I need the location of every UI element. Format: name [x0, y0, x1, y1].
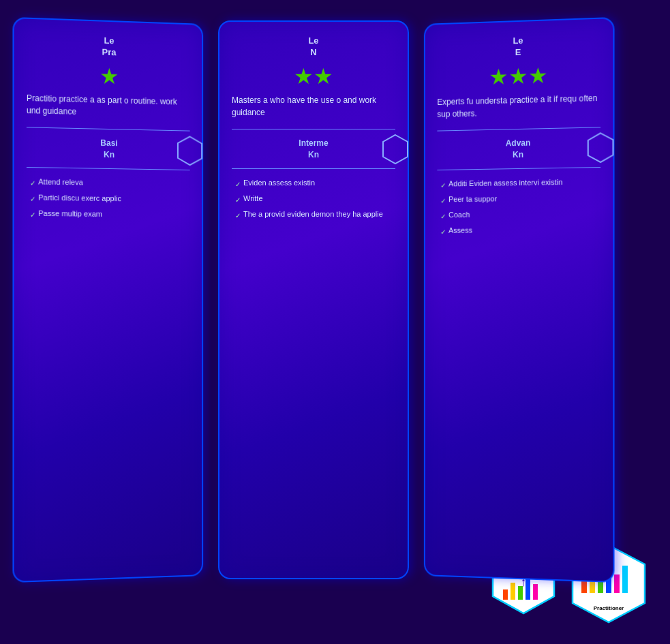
card-1-bullets: ✓ Attend releva ✓ Partici discu exerc ap…	[27, 176, 190, 222]
bullet-text: Peer ta suppor	[448, 194, 497, 206]
bullet-item: ✓ Additi Eviden assess intervi existin	[440, 176, 600, 191]
svg-marker-2	[588, 133, 613, 162]
bullet-item: ✓ Attend releva	[30, 177, 190, 191]
card-2-divider-2	[232, 168, 395, 169]
bullet-item: ✓ Assess	[440, 224, 600, 238]
bullet-dot: ✓	[235, 179, 241, 190]
bullet-text: Attend releva	[38, 177, 83, 189]
bullet-text: Partici discu exerc applic	[38, 192, 121, 205]
card-1-header: Le Pra	[27, 33, 190, 61]
card-1-stars: ★	[27, 63, 190, 89]
card-2-bullets: ✓ Eviden assess existin ✓ Writte ✓ The a…	[232, 177, 395, 221]
bullet-item: ✓ Writte	[235, 193, 395, 206]
card-1-knowledge-level: BasiKn	[27, 136, 190, 162]
card-2-header: Le N	[232, 35, 395, 59]
svg-rect-15	[511, 583, 515, 600]
bullet-dot: ✓	[30, 194, 35, 205]
svg-rect-10	[614, 574, 620, 593]
bullet-dot: ✓	[235, 195, 241, 206]
svg-rect-17	[526, 579, 530, 600]
card-1-hex-badge	[177, 135, 203, 166]
bullet-text: Eviden assess existin	[243, 177, 315, 189]
card-level-1: Le Pra ★ Practitio practice a as part o …	[12, 17, 203, 583]
bullet-dot: ✓	[440, 227, 446, 238]
card-2-knowledge-level: IntermeKn	[232, 138, 395, 161]
svg-rect-14	[503, 589, 508, 600]
card-3-hex-badge	[587, 132, 615, 164]
bullet-item: ✓ Eviden assess existin	[235, 177, 395, 190]
bullet-dot: ✓	[440, 212, 446, 223]
card-1-divider	[27, 127, 190, 131]
card-1-divider-2	[27, 167, 190, 170]
card-level-2: Le N ★★ Masters a who have the use o and…	[218, 20, 409, 579]
bullet-dot: ✓	[440, 196, 446, 207]
svg-rect-16	[518, 586, 523, 600]
card-level-3: Le E ★★★ Experts fu understa practice a …	[424, 17, 615, 583]
card-2-divider	[232, 129, 395, 129]
practitioner-label: Practitioner	[594, 605, 624, 611]
bullet-text: Passe multip exam	[38, 208, 102, 221]
bullet-item: ✓ The a provid eviden demon they ha appl…	[235, 209, 395, 221]
card-1-knowledge-section: BasiKn	[27, 136, 190, 162]
cards-container: Le Pra ★ Practitio practice a as part o …	[0, 0, 670, 600]
bullet-text: Assess	[448, 225, 472, 237]
bullet-item: ✓ Passe multip exam	[30, 208, 190, 223]
bullet-dot: ✓	[30, 210, 35, 221]
bullet-item: ✓ Partici discu exerc applic	[30, 192, 190, 207]
svg-marker-0	[178, 136, 202, 165]
card-3-stars: ★★★	[437, 63, 600, 89]
bullet-text: Additi Eviden assess intervi existin	[448, 177, 562, 190]
card-3-knowledge-section: AdvanKn	[437, 136, 600, 162]
bullet-item: ✓ Peer ta suppor	[440, 192, 600, 207]
card-3-divider-2	[437, 167, 600, 170]
card-3-divider	[437, 127, 600, 131]
bullet-text: Writte	[243, 193, 263, 205]
card-3-description: Experts fu understa practice a it if req…	[437, 92, 600, 121]
bullet-dot: ✓	[440, 181, 446, 191]
card-1-description: Practitio practice a as part o routine. …	[27, 92, 190, 121]
card-2-stars: ★★	[232, 65, 395, 87]
svg-marker-1	[383, 135, 408, 164]
bullet-dot: ✓	[30, 179, 35, 189]
bullet-text: The a provid eviden demon they ha applie	[243, 209, 383, 221]
svg-rect-18	[533, 584, 538, 600]
card-3-knowledge-level: AdvanKn	[437, 136, 600, 162]
card-2-knowledge-section: IntermeKn	[232, 138, 395, 161]
card-3-header: Le E	[437, 33, 600, 61]
bullet-text: Coach	[448, 209, 470, 221]
bullet-dot: ✓	[235, 211, 241, 221]
bullet-item: ✓ Coach	[440, 208, 600, 223]
card-3-bullets: ✓ Additi Eviden assess intervi existin ✓…	[437, 176, 600, 238]
card-2-hex-badge	[382, 134, 409, 165]
card-2-description: Masters a who have the use o and work gu…	[232, 94, 395, 119]
svg-rect-11	[622, 566, 628, 593]
